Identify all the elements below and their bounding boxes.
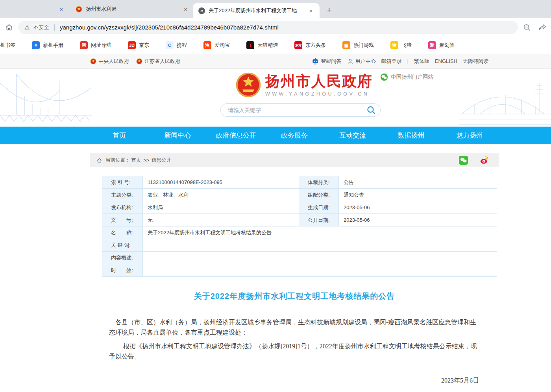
nav-item-5[interactable]: 数据扬州 bbox=[382, 127, 440, 144]
emblem-icon bbox=[136, 58, 142, 64]
breadcrumb-home-link[interactable]: 首页 bbox=[131, 157, 141, 164]
table-row: 名 称:关于2022年度扬州市水利工程文明工地考核结果的公告 bbox=[102, 226, 497, 239]
content-container: 当前位置： 首页 >> 信息公开 索 引 号:11321000014407098… bbox=[90, 153, 499, 392]
info-value: 无 bbox=[143, 214, 299, 226]
article-title: 关于2022年度扬州市水利工程文明工地考核结果的公告 bbox=[109, 291, 480, 302]
bookmark-hotgames[interactable]: ▣热门游戏 bbox=[334, 41, 382, 49]
bookmark-ctrip[interactable]: C携程 bbox=[157, 41, 195, 49]
tab-title: 关于2022年度扬州市水利工程文明工地 bbox=[209, 7, 304, 14]
bookmark-juhuasuan[interactable]: 聚聚划算 bbox=[420, 41, 463, 49]
home-icon[interactable] bbox=[5, 23, 13, 32]
bookmark-label: 热门游戏 bbox=[353, 42, 374, 49]
bookmark-label: 京东 bbox=[139, 42, 149, 49]
link-jiangsu-gov[interactable]: 江苏省人民政府 bbox=[136, 58, 180, 65]
bookmark-manual[interactable]: ≡新机手册 bbox=[24, 41, 72, 49]
close-icon[interactable]: × bbox=[182, 6, 189, 13]
bookmark-label: 爱淘宝 bbox=[214, 42, 230, 49]
table-row: 索 引 号:11321000014407098E-2023-095体裁分类:公告 bbox=[102, 176, 497, 189]
site-search bbox=[220, 103, 381, 117]
wechat-share-icon[interactable] bbox=[459, 156, 468, 165]
main-nav: 首页新闻中心政府信息公开政务服务互动交流数据扬州魅力扬州 bbox=[0, 127, 551, 144]
portal-label: 中国扬州门户网站 bbox=[391, 74, 433, 81]
bookmark-fliggy-icon: 猪 bbox=[390, 41, 398, 49]
bookmark-mobile[interactable]: 机书签 bbox=[0, 42, 24, 49]
info-value: 公告 bbox=[339, 176, 497, 189]
bookmark-label: 机书签 bbox=[0, 42, 15, 49]
info-label: 发布机构: bbox=[102, 201, 143, 214]
divider bbox=[54, 24, 55, 31]
info-value: 农业、林业、水利 bbox=[143, 189, 299, 201]
address-bar: ⚠ 不安全 yangzhou.gov.cn/yzszxxgk/slj/20230… bbox=[0, 18, 551, 37]
site-brand[interactable]: 扬州市人民政府 WWW.YANGZHOU.GOV.CN bbox=[235, 72, 373, 98]
user-center-link[interactable]: 用户中心 bbox=[347, 58, 376, 65]
bookmark-sitenav[interactable]: 网网址导航 bbox=[72, 41, 120, 49]
mail-login-link[interactable]: 邮箱登录 bbox=[381, 58, 402, 65]
info-value: 通知公告 bbox=[339, 189, 497, 201]
robot-icon bbox=[311, 58, 319, 65]
bookmark-eastday-icon: 东方 bbox=[294, 41, 302, 49]
english-link[interactable]: ENGLISH bbox=[435, 58, 457, 64]
tab-partial[interactable]: × bbox=[0, 0, 70, 18]
bookmark-tmall[interactable]: T天猫精选 bbox=[238, 41, 286, 49]
accessibility-link[interactable]: 无障碍阅读 bbox=[463, 58, 488, 65]
tab-active-announcement[interactable]: e 关于2022年度扬州市水利工程文明工地 × bbox=[193, 3, 320, 18]
breadcrumb-current[interactable]: 信息公开 bbox=[152, 157, 171, 164]
table-row: 关 键 词: bbox=[102, 239, 497, 252]
user-center-label: 用户中心 bbox=[355, 58, 376, 65]
close-icon[interactable]: × bbox=[58, 6, 65, 13]
warning-icon[interactable]: ⚠ bbox=[24, 24, 30, 31]
info-value: 2023-05-06 bbox=[339, 201, 497, 214]
smart-qa-link[interactable]: 智能问答 bbox=[311, 58, 342, 65]
nav-item-0[interactable]: 首页 bbox=[90, 127, 148, 144]
info-value: 2023-05-06 bbox=[339, 214, 497, 226]
table-row: 内容概述: bbox=[102, 252, 497, 264]
search-input[interactable] bbox=[228, 107, 365, 113]
bookmark-label: 飞猪 bbox=[401, 42, 412, 49]
user-icon bbox=[347, 58, 353, 64]
bookmark-sitenav-icon: 网 bbox=[80, 41, 88, 49]
table-row: 发布机构:水利局生成日期:2023-05-06 bbox=[102, 201, 497, 214]
bookmark-manual-icon: ≡ bbox=[32, 41, 40, 49]
article-paragraph: 根据《扬州市水利工程文明工地建设管理办法》（扬水规[2019]1号），2022年… bbox=[109, 341, 480, 362]
close-icon[interactable]: × bbox=[307, 7, 314, 15]
info-label: 时 效: bbox=[102, 264, 143, 277]
bookmark-label: 聚划算 bbox=[439, 42, 455, 49]
emblem-icon bbox=[90, 58, 96, 64]
emblem-icon bbox=[76, 6, 82, 13]
main-nav-items: 首页新闻中心政府信息公开政务服务互动交流数据扬州魅力扬州 bbox=[90, 127, 499, 144]
nav-item-4[interactable]: 互动交流 bbox=[324, 127, 382, 144]
article-paragraph: 各县（市、区）水利（务）局，扬州经济开发区城乡事务管理局，生态科技新城规划建设局… bbox=[109, 317, 480, 338]
site-favicon-icon: e bbox=[198, 7, 205, 14]
share-icon[interactable] bbox=[538, 23, 547, 32]
bookmark-jd-icon: JD bbox=[128, 41, 136, 49]
nav-item-6[interactable]: 魅力扬州 bbox=[440, 127, 499, 144]
bookmark-ctrip-icon: C bbox=[166, 41, 174, 49]
search-button[interactable] bbox=[365, 104, 377, 116]
omnibox[interactable]: ⚠ 不安全 yangzhou.gov.cn/yzszxxgk/slj/20230… bbox=[18, 21, 518, 34]
gov-links: 中央人民政府江苏省人民政府 bbox=[90, 58, 180, 65]
bookmark-eastday[interactable]: 东方东方头条 bbox=[286, 41, 334, 49]
link-central-gov[interactable]: 中央人民政府 bbox=[90, 58, 129, 65]
nav-item-3[interactable]: 政务服务 bbox=[265, 127, 324, 144]
bookmarks-bar: 机书签≡新机手册网网址导航JD京东C携程淘爱淘宝T天猫精选东方东方头条▣热门游戏… bbox=[0, 37, 551, 54]
new-tab-button[interactable]: + bbox=[324, 6, 335, 15]
portal-badge[interactable]: 中国扬州门户网站 bbox=[380, 73, 433, 81]
gov-link-label: 江苏省人民政府 bbox=[144, 58, 180, 65]
bookmark-jd[interactable]: JD京东 bbox=[120, 41, 157, 49]
bookmark-aitaobao-icon: 淘 bbox=[203, 41, 211, 49]
bookmark-fliggy[interactable]: 猪飞猪 bbox=[382, 41, 420, 49]
bookmark-aitaobao[interactable]: 淘爱淘宝 bbox=[195, 41, 238, 49]
url-text[interactable]: yangzhou.gov.cn/yzszxxgk/slj/202305/210c… bbox=[60, 24, 279, 31]
nav-item-1[interactable]: 新闻中心 bbox=[148, 127, 207, 144]
weibo-share-icon[interactable] bbox=[480, 156, 489, 165]
bookmark-tmall-icon: T bbox=[246, 41, 254, 49]
bookmark-label: 新机手册 bbox=[43, 42, 63, 49]
traditional-link[interactable]: 繁体版 bbox=[414, 58, 429, 65]
breadcrumb-home-icon[interactable] bbox=[96, 158, 102, 163]
bookmark-label: 天猫精选 bbox=[257, 42, 278, 49]
zoom-out-icon[interactable] bbox=[523, 23, 531, 32]
wechat-icon bbox=[380, 73, 388, 81]
info-value: 11321000014407098E-2023-095 bbox=[143, 176, 299, 189]
nav-item-2[interactable]: 政府信息公开 bbox=[207, 127, 265, 144]
tab-shuiliju[interactable]: 扬州市水利局 × bbox=[70, 0, 193, 18]
